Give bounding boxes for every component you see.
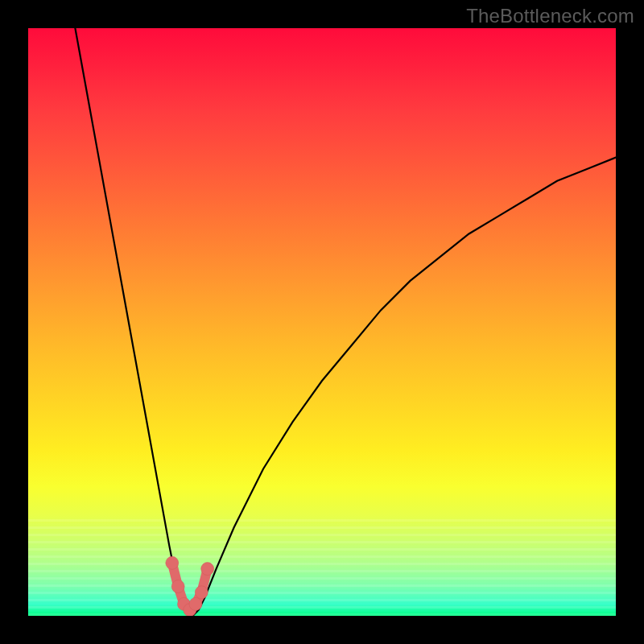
gradient-plot-area (28, 28, 616, 616)
watermark-text: TheBottleneck.com (466, 5, 634, 27)
chart-frame: TheBottleneck.com (0, 0, 644, 644)
